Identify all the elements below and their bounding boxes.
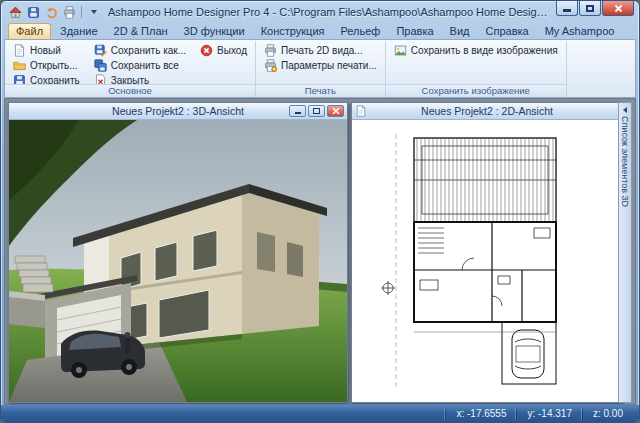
open-button-label: Открыть... — [30, 60, 78, 71]
child-3d-maximize-button[interactable] — [308, 105, 325, 117]
print-icon — [264, 44, 277, 57]
tab-view[interactable]: Вид — [443, 24, 477, 39]
print-settings-button[interactable]: Параметры печати... — [261, 58, 380, 72]
ribbon: Новый Открыть... Сохранить Сохранить как… — [4, 39, 636, 98]
status-z-coordinate: z: 0.00 — [582, 407, 633, 420]
mdi-workspace: Neues Projekt2 : 3D-Ansicht — [4, 98, 636, 405]
qat-separator — [81, 6, 82, 18]
app-icon[interactable] — [7, 5, 23, 20]
exit-icon — [200, 44, 213, 57]
status-x-coordinate: x: -17.6555 — [445, 407, 516, 420]
child-3d-close-icon — [332, 107, 340, 115]
save-all-icon — [94, 59, 107, 72]
child-3d-title: Neues Projekt2 : 3D-Ansicht — [70, 105, 286, 117]
child-3d-titlebar[interactable]: Neues Projekt2 : 3D-Ansicht — [9, 103, 347, 120]
exit-button-label: Выход — [217, 45, 247, 56]
save-as-image-button-label: Сохранить в виде изображения — [411, 45, 558, 56]
save-image-icon — [394, 44, 407, 57]
quick-save-icon[interactable] — [25, 5, 41, 20]
ribbon-empty-area — [567, 41, 635, 97]
tab-edit[interactable]: Правка — [389, 24, 440, 39]
viewport-3d[interactable] — [9, 120, 347, 402]
status-bar: x: -17.6555 y: -14.317 z: 0.00 — [1, 405, 639, 422]
window-title: Ashampoo Home Designer Pro 4 - C:\Progra… — [108, 6, 550, 18]
child-2d-title: Neues Projekt2 : 2D-Ansicht — [370, 105, 604, 117]
plan-document-icon — [355, 105, 367, 117]
minimize-button[interactable] — [556, 1, 578, 16]
maximize-button[interactable] — [579, 1, 601, 16]
tab-terrain[interactable]: Рельеф — [334, 24, 388, 39]
catalog-panel-collapsed[interactable]: Список элементов 3D — [618, 102, 632, 403]
print-settings-icon — [264, 59, 277, 72]
quick-access-toolbar — [7, 5, 102, 20]
tab-construction[interactable]: Конструкция — [254, 24, 332, 39]
group-caption-main: Основное — [5, 84, 255, 97]
ribbon-group-main: Новый Открыть... Сохранить Сохранить как… — [5, 41, 256, 97]
tab-3d-functions[interactable]: 3D функции — [177, 24, 252, 39]
close-button[interactable] — [602, 1, 634, 16]
title-bar[interactable]: Ashampoo Home Designer Pro 4 - C:\Progra… — [4, 1, 636, 21]
ribbon-tab-bar: Файл Здание 2D & План 3D функции Констру… — [4, 21, 636, 39]
child-3d-close-button[interactable] — [327, 105, 344, 117]
save-as-icon — [94, 44, 107, 57]
status-y-coordinate: y: -14.317 — [516, 407, 581, 420]
expand-panel-icon — [623, 107, 627, 113]
child-3d-controls — [289, 105, 344, 117]
print-2d-button[interactable]: Печать 2D вида... — [261, 43, 380, 57]
close-icon — [614, 4, 623, 13]
child-window-3d: Neues Projekt2 : 3D-Ansicht — [8, 102, 348, 403]
child-2d-titlebar[interactable]: Neues Projekt2 : 2D-Ansicht — [352, 103, 622, 120]
exit-button[interactable]: Выход — [197, 43, 250, 57]
2d-plan-canvas — [352, 120, 622, 402]
tab-file[interactable]: Файл — [8, 23, 51, 39]
app-window: Ashampoo Home Designer Pro 4 - C:\Progra… — [0, 0, 640, 423]
new-button-label: Новый — [30, 45, 61, 56]
catalog-panel-label: Список элементов 3D — [620, 116, 630, 207]
quick-undo-icon[interactable] — [43, 5, 59, 20]
window-controls — [556, 1, 634, 16]
tab-2d-plan[interactable]: 2D & План — [107, 24, 175, 39]
save-all-button[interactable]: Сохранить все — [91, 58, 189, 72]
child-window-2d: Neues Projekt2 : 2D-Ansicht — [351, 102, 623, 403]
tab-my-ashampoo[interactable]: My Ashampoo — [538, 24, 622, 39]
open-folder-icon — [13, 59, 26, 72]
new-button[interactable]: Новый — [10, 43, 83, 57]
ribbon-group-save-image: Сохранить в виде изображения Сохранить и… — [386, 41, 567, 97]
group-caption-print: Печать — [256, 84, 385, 97]
save-as-button-label: Сохранить как... — [111, 45, 186, 56]
open-button[interactable]: Открыть... — [10, 58, 83, 72]
group-caption-save-image: Сохранить изображение — [386, 84, 566, 97]
save-all-button-label: Сохранить все — [111, 60, 179, 71]
print-settings-button-label: Параметры печати... — [281, 60, 377, 71]
quick-print-icon[interactable] — [61, 5, 77, 20]
tab-building[interactable]: Здание — [53, 24, 105, 39]
save-as-image-button[interactable]: Сохранить в виде изображения — [391, 43, 561, 57]
save-as-button[interactable]: Сохранить как... — [91, 43, 189, 57]
viewport-2d[interactable] — [352, 120, 622, 402]
person-3d — [125, 332, 131, 354]
child-3d-minimize-button[interactable] — [289, 105, 306, 117]
print-2d-button-label: Печать 2D вида... — [281, 45, 363, 56]
3d-render-canvas — [9, 120, 347, 402]
qat-dropdown-icon[interactable] — [86, 5, 102, 20]
new-document-icon — [13, 44, 26, 57]
ribbon-group-print: Печать 2D вида... Параметры печати... Пе… — [256, 41, 386, 97]
tab-help[interactable]: Справка — [479, 24, 536, 39]
